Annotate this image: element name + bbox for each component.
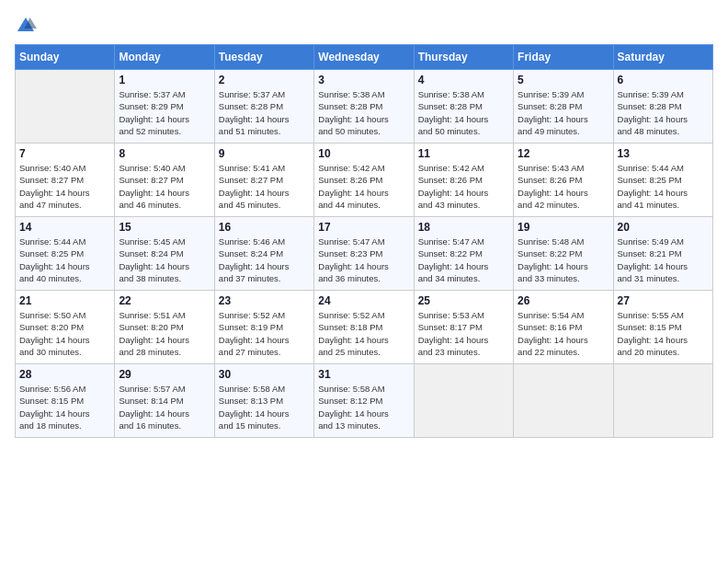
calendar-cell: [514, 364, 613, 438]
cell-info: Sunrise: 5:43 AM Sunset: 8:26 PM Dayligh…: [518, 162, 609, 211]
day-number: 1: [119, 74, 210, 86]
calendar-cell: 18Sunrise: 5:47 AM Sunset: 8:22 PM Dayli…: [414, 217, 513, 291]
calendar-table: SundayMondayTuesdayWednesdayThursdayFrid…: [15, 44, 713, 438]
cell-info: Sunrise: 5:44 AM Sunset: 8:25 PM Dayligh…: [618, 162, 709, 211]
calendar-cell: 25Sunrise: 5:53 AM Sunset: 8:17 PM Dayli…: [414, 291, 513, 364]
cell-info: Sunrise: 5:41 AM Sunset: 8:27 PM Dayligh…: [219, 162, 310, 211]
day-number: 20: [618, 221, 709, 234]
day-number: 31: [318, 368, 409, 381]
day-number: 15: [119, 221, 210, 234]
cell-info: Sunrise: 5:42 AM Sunset: 8:26 PM Dayligh…: [418, 162, 509, 211]
calendar-cell: 13Sunrise: 5:44 AM Sunset: 8:25 PM Dayli…: [613, 144, 712, 217]
cell-info: Sunrise: 5:40 AM Sunset: 8:27 PM Dayligh…: [19, 162, 110, 211]
calendar-cell: 14Sunrise: 5:44 AM Sunset: 8:25 PM Dayli…: [16, 217, 115, 291]
cell-info: Sunrise: 5:57 AM Sunset: 8:14 PM Dayligh…: [119, 383, 210, 431]
calendar-cell: 22Sunrise: 5:51 AM Sunset: 8:20 PM Dayli…: [115, 291, 214, 364]
day-number: 25: [418, 294, 509, 307]
cell-info: Sunrise: 5:40 AM Sunset: 8:27 PM Dayligh…: [119, 162, 210, 211]
day-number: 27: [618, 294, 709, 307]
calendar-cell: 27Sunrise: 5:55 AM Sunset: 8:15 PM Dayli…: [613, 291, 712, 364]
day-number: 17: [318, 221, 409, 234]
logo-icon: [15, 15, 37, 37]
calendar-cell: 6Sunrise: 5:39 AM Sunset: 8:28 PM Daylig…: [613, 70, 712, 144]
day-number: 19: [518, 221, 609, 234]
cell-info: Sunrise: 5:37 AM Sunset: 8:28 PM Dayligh…: [219, 88, 310, 137]
cell-info: Sunrise: 5:42 AM Sunset: 8:26 PM Dayligh…: [318, 162, 409, 211]
calendar-cell: 4Sunrise: 5:38 AM Sunset: 8:28 PM Daylig…: [414, 70, 513, 144]
calendar-cell: 23Sunrise: 5:52 AM Sunset: 8:19 PM Dayli…: [214, 291, 313, 364]
cell-info: Sunrise: 5:50 AM Sunset: 8:20 PM Dayligh…: [19, 309, 110, 358]
calendar-cell: 2Sunrise: 5:37 AM Sunset: 8:28 PM Daylig…: [214, 70, 313, 144]
calendar-cell: 30Sunrise: 5:58 AM Sunset: 8:13 PM Dayli…: [214, 364, 313, 438]
day-number: 13: [618, 147, 709, 160]
calendar-cell: 11Sunrise: 5:42 AM Sunset: 8:26 PM Dayli…: [414, 144, 513, 217]
calendar-cell: 9Sunrise: 5:41 AM Sunset: 8:27 PM Daylig…: [214, 144, 313, 217]
calendar-cell: 17Sunrise: 5:47 AM Sunset: 8:23 PM Dayli…: [314, 217, 414, 291]
calendar-cell: 21Sunrise: 5:50 AM Sunset: 8:20 PM Dayli…: [16, 291, 115, 364]
calendar-cell: 1Sunrise: 5:37 AM Sunset: 8:29 PM Daylig…: [115, 70, 214, 144]
day-number: 3: [318, 74, 409, 86]
cell-info: Sunrise: 5:47 AM Sunset: 8:22 PM Dayligh…: [418, 236, 509, 284]
cell-info: Sunrise: 5:58 AM Sunset: 8:12 PM Dayligh…: [318, 383, 409, 431]
calendar-cell: 15Sunrise: 5:45 AM Sunset: 8:24 PM Dayli…: [115, 217, 214, 291]
calendar-cell: 26Sunrise: 5:54 AM Sunset: 8:16 PM Dayli…: [514, 291, 613, 364]
cell-info: Sunrise: 5:51 AM Sunset: 8:20 PM Dayligh…: [119, 309, 210, 358]
cell-info: Sunrise: 5:46 AM Sunset: 8:24 PM Dayligh…: [219, 236, 310, 284]
day-number: 9: [219, 147, 310, 160]
day-number: 18: [418, 221, 509, 234]
calendar-cell: [613, 364, 712, 438]
day-number: 7: [19, 147, 110, 160]
calendar-cell: 16Sunrise: 5:46 AM Sunset: 8:24 PM Dayli…: [214, 217, 313, 291]
day-number: 2: [219, 74, 310, 86]
week-row-3: 14Sunrise: 5:44 AM Sunset: 8:25 PM Dayli…: [16, 217, 713, 291]
cell-info: Sunrise: 5:52 AM Sunset: 8:18 PM Dayligh…: [318, 309, 409, 358]
cell-info: Sunrise: 5:45 AM Sunset: 8:24 PM Dayligh…: [119, 236, 210, 284]
calendar-cell: 19Sunrise: 5:48 AM Sunset: 8:22 PM Dayli…: [514, 217, 613, 291]
day-header-sunday: Sunday: [16, 45, 115, 70]
calendar-cell: [16, 70, 115, 144]
calendar-cell: 24Sunrise: 5:52 AM Sunset: 8:18 PM Dayli…: [314, 291, 414, 364]
day-header-thursday: Thursday: [414, 45, 513, 70]
day-number: 23: [219, 294, 310, 307]
calendar-cell: 31Sunrise: 5:58 AM Sunset: 8:12 PM Dayli…: [314, 364, 414, 438]
cell-info: Sunrise: 5:37 AM Sunset: 8:29 PM Dayligh…: [119, 88, 210, 137]
calendar-cell: 10Sunrise: 5:42 AM Sunset: 8:26 PM Dayli…: [314, 144, 414, 217]
day-header-monday: Monday: [115, 45, 214, 70]
day-header-saturday: Saturday: [613, 45, 712, 70]
cell-info: Sunrise: 5:48 AM Sunset: 8:22 PM Dayligh…: [518, 236, 609, 284]
day-number: 6: [618, 74, 709, 86]
cell-info: Sunrise: 5:49 AM Sunset: 8:21 PM Dayligh…: [618, 236, 709, 284]
cell-info: Sunrise: 5:47 AM Sunset: 8:23 PM Dayligh…: [318, 236, 409, 284]
day-number: 29: [119, 368, 210, 381]
day-number: 28: [19, 368, 110, 381]
day-number: 5: [518, 74, 609, 86]
week-row-4: 21Sunrise: 5:50 AM Sunset: 8:20 PM Dayli…: [16, 291, 713, 364]
week-row-1: 1Sunrise: 5:37 AM Sunset: 8:29 PM Daylig…: [16, 70, 713, 144]
calendar-cell: 28Sunrise: 5:56 AM Sunset: 8:15 PM Dayli…: [16, 364, 115, 438]
day-header-tuesday: Tuesday: [214, 45, 313, 70]
header: [15, 15, 713, 37]
cell-info: Sunrise: 5:38 AM Sunset: 8:28 PM Dayligh…: [318, 88, 409, 137]
day-number: 14: [19, 221, 110, 234]
cell-info: Sunrise: 5:38 AM Sunset: 8:28 PM Dayligh…: [418, 88, 509, 137]
cell-info: Sunrise: 5:56 AM Sunset: 8:15 PM Dayligh…: [19, 383, 110, 431]
day-number: 8: [119, 147, 210, 160]
day-number: 26: [518, 294, 609, 307]
cell-info: Sunrise: 5:39 AM Sunset: 8:28 PM Dayligh…: [618, 88, 709, 137]
calendar-cell: 20Sunrise: 5:49 AM Sunset: 8:21 PM Dayli…: [613, 217, 712, 291]
calendar-cell: 12Sunrise: 5:43 AM Sunset: 8:26 PM Dayli…: [514, 144, 613, 217]
calendar-cell: 5Sunrise: 5:39 AM Sunset: 8:28 PM Daylig…: [514, 70, 613, 144]
calendar-cell: 7Sunrise: 5:40 AM Sunset: 8:27 PM Daylig…: [16, 144, 115, 217]
header-row: SundayMondayTuesdayWednesdayThursdayFrid…: [16, 45, 713, 70]
day-number: 24: [318, 294, 409, 307]
logo-area: [15, 15, 40, 37]
day-header-wednesday: Wednesday: [314, 45, 414, 70]
calendar-cell: [414, 364, 513, 438]
cell-info: Sunrise: 5:44 AM Sunset: 8:25 PM Dayligh…: [19, 236, 110, 284]
day-number: 30: [219, 368, 310, 381]
day-number: 10: [318, 147, 409, 160]
week-row-5: 28Sunrise: 5:56 AM Sunset: 8:15 PM Dayli…: [16, 364, 713, 438]
day-number: 11: [418, 147, 509, 160]
cell-info: Sunrise: 5:54 AM Sunset: 8:16 PM Dayligh…: [518, 309, 609, 358]
day-header-friday: Friday: [514, 45, 613, 70]
